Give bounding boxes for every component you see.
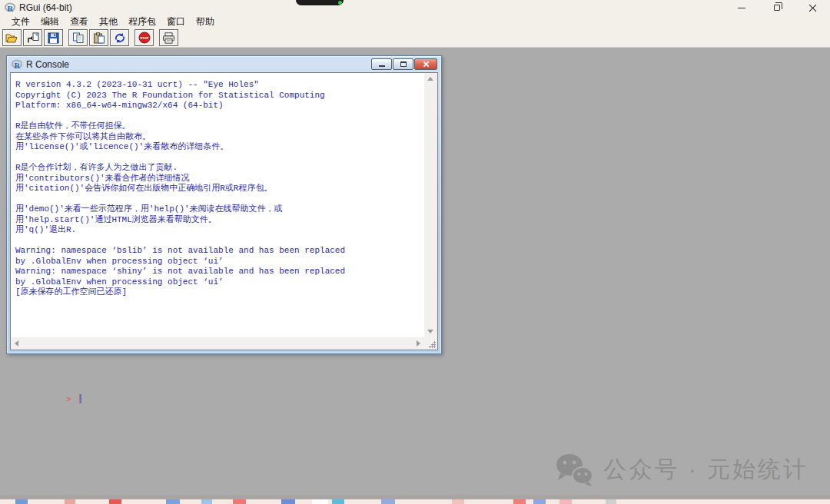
menu-item[interactable]: 查看 xyxy=(65,15,94,29)
svg-text:STOP: STOP xyxy=(140,36,149,40)
menu-item[interactable]: 其他 xyxy=(94,15,123,29)
close-icon xyxy=(808,4,817,12)
console-text-area[interactable]: R version 4.3.2 (2023-10-31 ucrt) -- "Ey… xyxy=(11,73,424,337)
close-icon xyxy=(423,61,430,68)
console-maximize-button[interactable] xyxy=(393,58,413,70)
print-button[interactable] xyxy=(159,29,178,46)
text-caret xyxy=(79,394,81,403)
r-logo-icon: R xyxy=(5,2,15,13)
menu-item[interactable]: 程序包 xyxy=(123,15,161,29)
mdi-client-area: R R Console R version 4.3.2 (2023-10-31 … xyxy=(0,48,830,504)
app-title: RGui (64-bit) xyxy=(19,2,72,13)
refresh-icon xyxy=(114,32,126,44)
horizontal-scrollbar[interactable] xyxy=(11,337,424,350)
scroll-right-icon[interactable] xyxy=(417,340,420,346)
main-titlebar: R RGui (64-bit) xyxy=(0,0,830,15)
console-line: Warning: namespace ‘shiny’ is not availa… xyxy=(15,267,421,277)
resize-grip[interactable] xyxy=(424,337,437,350)
toolbar: STOP xyxy=(0,28,830,48)
console-line: R是个合作计划，有许多人为之做出了贡献. xyxy=(15,163,421,174)
floppy-disk-icon xyxy=(48,32,59,44)
console-prompt[interactable]: > xyxy=(15,385,81,413)
scroll-up-icon[interactable] xyxy=(427,77,433,81)
stop-icon: STOP xyxy=(138,32,151,44)
vertical-scrollbar[interactable] xyxy=(424,73,437,337)
close-button[interactable] xyxy=(795,0,830,15)
console-line xyxy=(15,194,421,205)
console-line: Copyright (C) 2023 The R Foundation for … xyxy=(15,91,421,101)
paste-button[interactable] xyxy=(89,29,108,46)
r-logo-icon: R xyxy=(12,59,22,70)
console-close-button[interactable] xyxy=(414,58,437,70)
minimize-button[interactable] xyxy=(724,0,759,15)
copy-icon xyxy=(72,32,85,44)
watermark-text: 公众号 · 元始统计 xyxy=(603,454,808,486)
restore-icon xyxy=(774,5,780,11)
console-line: 用'q()'退出R. xyxy=(15,225,421,236)
watermark: 公众号 · 元始统计 xyxy=(554,452,808,487)
taskbar-sliver xyxy=(0,495,830,504)
menu-item[interactable]: 文件 xyxy=(6,15,35,29)
console-line: 用'citation()'会告诉你如何在出版物中正确地引用R或R程序包。 xyxy=(15,184,421,194)
taskbar-icons-strip[interactable] xyxy=(0,499,830,504)
save-workspace-button[interactable] xyxy=(44,29,63,46)
console-title: R Console xyxy=(26,59,69,70)
console-line: 用'contributors()'来看合作者的详细情况 xyxy=(15,174,421,184)
camera-notch xyxy=(296,0,344,5)
scroll-left-icon[interactable] xyxy=(15,340,18,346)
console-line: 用'help.start()'通过HTML浏览器来看帮助文件。 xyxy=(15,215,421,226)
console-line: 用'demo()'来看一些示范程序，用'help()'来阅读在线帮助文件，或 xyxy=(15,204,421,215)
paste-icon xyxy=(93,32,105,44)
console-line xyxy=(15,111,421,122)
console-titlebar[interactable]: R R Console xyxy=(7,56,441,72)
console-line: by .GlobalEnv when processing object ‘ui… xyxy=(15,257,421,267)
console-minimize-button[interactable] xyxy=(371,58,392,70)
menu-item[interactable]: 帮助 xyxy=(191,15,220,29)
load-workspace-button[interactable] xyxy=(23,29,42,46)
console-line xyxy=(15,153,421,164)
menubar: 文件 编辑 查看 其他 程序包 窗口 帮助 xyxy=(0,15,830,28)
console-line: Warning: namespace ‘bslib’ is not availa… xyxy=(15,246,421,257)
rgui-window: R RGui (64-bit) 文件 编辑 查看 其他 程序包 窗口 帮助 xyxy=(0,0,830,504)
console-line xyxy=(15,236,421,247)
open-script-button[interactable] xyxy=(2,29,22,46)
console-inner-frame: R version 4.3.2 (2023-10-31 ucrt) -- "Ey… xyxy=(10,72,438,350)
menu-item[interactable]: 编辑 xyxy=(35,15,65,29)
scroll-down-icon[interactable] xyxy=(427,330,433,333)
console-line: R version 4.3.2 (2023-10-31 ucrt) -- "Ey… xyxy=(15,80,421,91)
menu-item[interactable]: 窗口 xyxy=(161,15,191,29)
stop-button[interactable]: STOP xyxy=(134,29,154,46)
printer-icon xyxy=(162,32,175,44)
console-line xyxy=(15,298,421,309)
prompt-symbol: > xyxy=(66,395,76,404)
wechat-icon xyxy=(554,452,594,487)
load-workspace-icon xyxy=(27,32,39,44)
maximize-icon xyxy=(400,61,407,67)
copy-button[interactable] xyxy=(68,29,88,46)
console-line: by .GlobalEnv when processing object ‘ui… xyxy=(15,277,421,288)
console-line: 用'license()'或'licence()'来看散布的详细条件。 xyxy=(15,142,421,153)
console-line: Platform: x86_64-w64-mingw32/x64 (64-bit… xyxy=(15,101,421,111)
folder-open-icon xyxy=(5,32,18,44)
minimize-icon xyxy=(738,8,745,8)
svg-text:R: R xyxy=(15,61,21,69)
minimize-icon xyxy=(379,65,385,67)
console-line: [原来保存的工作空间已还原] xyxy=(15,287,421,298)
restore-button[interactable] xyxy=(759,0,795,15)
svg-text:R: R xyxy=(8,5,14,13)
r-console-window[interactable]: R R Console R version 4.3.2 (2023-10-31 … xyxy=(6,55,442,354)
copy-paste-button[interactable] xyxy=(110,29,129,46)
console-line: R是自由软件，不带任何担保。 xyxy=(15,121,421,132)
camera-dot xyxy=(338,1,342,5)
console-line: 在某些条件下你可以将其自由散布。 xyxy=(15,132,421,143)
